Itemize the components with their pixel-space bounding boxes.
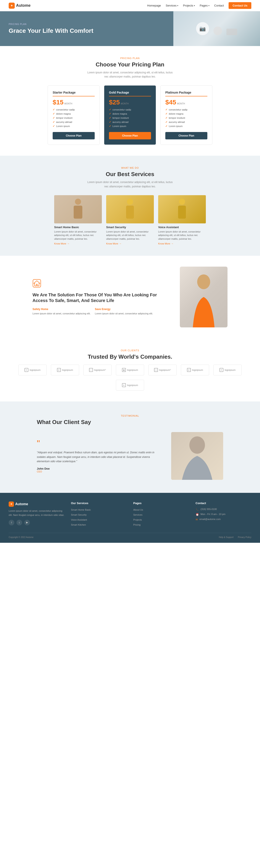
price-period-gold: MONTH: [121, 102, 129, 105]
card-title-platinum: Platinum Package: [165, 91, 207, 96]
services-pretitle: WHAT WE DO: [9, 166, 251, 169]
card-title-gold: Gold Package: [109, 91, 151, 96]
footer-col-brand: ✦ Autome Lorem ipsum dolor sit amet, con…: [9, 501, 65, 526]
footer-link-services[interactable]: Services: [133, 514, 142, 516]
contact-us-button[interactable]: Contact Us: [229, 2, 251, 9]
footer-link-about[interactable]: About Us: [133, 508, 143, 511]
feature-item: consectetur sadip: [109, 108, 151, 111]
list-item: Pricing: [133, 523, 189, 526]
logo-item: ▢ logoipsum°: [148, 365, 177, 375]
service-card-smart-home: Smart Home Basic Lorem ipsum dolor sit a…: [54, 195, 102, 245]
feature-item: tempor invidunt: [165, 116, 207, 119]
footer-logo-text: Autome: [15, 502, 28, 506]
know-more-security-link[interactable]: Know More →: [106, 242, 154, 245]
list-item: Services: [133, 513, 189, 516]
clients-section: OUR CLIENTS Trusted By World's Companies…: [0, 338, 260, 401]
footer-social: f t ▶: [9, 520, 65, 525]
phone-icon: 📞: [196, 508, 199, 511]
services-section: WHAT WE DO Our Best Services Lorem ipsum…: [0, 156, 260, 256]
price-amount-starter: $15: [53, 99, 64, 106]
footer-col-pages: Pages About Us Services Projects Pricing: [133, 501, 189, 526]
nav-projects[interactable]: Projects ▾: [183, 4, 195, 7]
footer-link-pricing[interactable]: Pricing: [133, 523, 141, 526]
help-support-link[interactable]: Help & Support: [219, 536, 233, 538]
footer-link-smart-home[interactable]: Smart Home Basic: [71, 508, 91, 511]
feature-item: dolore magna: [109, 112, 151, 115]
choose-plan-gold-button[interactable]: Choose Plan: [109, 132, 151, 140]
copyright-text: Copyright © 2022 Autome: [9, 536, 34, 538]
solution-image: [180, 267, 227, 328]
chevron-down-icon: ▾: [177, 5, 178, 7]
logo-icon: ✦: [25, 368, 28, 372]
footer-link-smart-security[interactable]: Smart Security: [71, 514, 87, 516]
logo-icon: ⊘: [187, 368, 191, 372]
card-title-starter: Starter Package: [53, 91, 95, 96]
youtube-icon[interactable]: ▶: [24, 520, 30, 525]
feature-item: consectetur sadip: [53, 108, 95, 111]
feature-item: dolore magna: [165, 112, 207, 115]
home-icon: [33, 279, 171, 289]
feature-list-starter: consectetur sadip dolore magna tempor in…: [53, 108, 95, 128]
pricing-card-platinum: Platinum Package $45 MONTH consectetur s…: [160, 85, 212, 145]
solution-features: Safety Home Lorem ipsum dolor sit amet, …: [33, 308, 171, 315]
logo-icon: □: [89, 368, 93, 372]
twitter-icon[interactable]: t: [16, 520, 22, 525]
choose-plan-platinum-button[interactable]: Choose Plan: [165, 132, 207, 140]
footer-phone: 📞 (316) 555-0100: [196, 508, 252, 511]
solution-content: We Are The Solution For Those Of You Who…: [33, 279, 171, 315]
footer-bottom-links: Help & Support Privacy Policy: [219, 536, 251, 538]
logo-item: ⊘ logoipsum: [181, 365, 209, 375]
logo-text: Autome: [16, 3, 31, 8]
know-more-smart-home-link[interactable]: Know More →: [54, 242, 102, 245]
pricing-subtitle: Lorem ipsum dolor sit amet, consectetur …: [87, 70, 173, 79]
arrow-right-icon: →: [171, 242, 174, 245]
pricing-card-starter: Starter Package $15 MONTH consectetur sa…: [48, 85, 100, 145]
list-item: Projects: [133, 518, 189, 521]
logo-icon: ▣: [122, 368, 126, 372]
logo-icon: ✦: [9, 3, 15, 9]
pricing-title: Choose Your Pricing Plan: [9, 61, 251, 68]
price-amount-platinum: $45: [165, 99, 176, 106]
nav-contact[interactable]: Contact: [214, 4, 224, 7]
nav-pages[interactable]: Pages ▾: [200, 4, 210, 7]
testimonial-title: What Our Client Say: [37, 419, 223, 426]
footer-link-smart-kitchen[interactable]: Smart Kitchen: [71, 523, 86, 526]
list-item: Voice Assistant: [71, 518, 127, 521]
list-item: Smart Security: [71, 513, 127, 516]
choose-plan-starter-button[interactable]: Choose Plan: [53, 132, 95, 140]
feature-item: tempor invidunt: [109, 116, 151, 119]
know-more-voice-link[interactable]: Know More →: [158, 242, 206, 245]
pricing-section: PRICING PLAN Choose Your Pricing Plan Lo…: [0, 46, 260, 156]
footer-desc: Lorem ipsum dolor sit amet, consectetur …: [9, 509, 65, 517]
feature-item: aucumy alimad: [165, 121, 207, 124]
nav-homepage[interactable]: Homepage: [147, 4, 161, 7]
navbar: ✦ Autome Homepage Services ▾ Projects ▾ …: [0, 0, 260, 11]
footer-hours: ⏰ Mon - Fri: 8 am - 10 pm: [196, 513, 252, 516]
footer-link-projects[interactable]: Projects: [133, 519, 142, 521]
logo[interactable]: ✦ Autome: [9, 3, 31, 9]
feature-item: Lorem ipsum: [165, 125, 207, 128]
footer-logo-icon: ✦: [9, 501, 14, 507]
footer-link-voice-assistant[interactable]: Voice Assistant: [71, 519, 87, 521]
hero-title: Grace Your Life With Comfort: [9, 27, 165, 34]
svg-rect-3: [126, 206, 134, 219]
footer-contact-title: Contact: [196, 501, 252, 505]
hero-section: PRICING PLAN Grace Your Life With Comfor…: [0, 11, 260, 46]
logo-item: ▣ logoipsum: [116, 365, 144, 375]
solution-title: We Are The Solution For Those Of You Who…: [33, 292, 171, 303]
solution-feature-safety: Safety Home Lorem ipsum dolor sit amet, …: [33, 308, 90, 315]
feature-item: tempor invidunt: [53, 116, 95, 119]
logo-item: □ logoipsum°: [83, 365, 112, 375]
service-cards: Smart Home Basic Lorem ipsum dolor sit a…: [9, 195, 251, 245]
footer-col-contact: Contact 📞 (316) 555-0100 ⏰ Mon - Fri: 8 …: [196, 501, 252, 526]
facebook-icon[interactable]: f: [9, 520, 14, 525]
feature-item: consectetur sadip: [165, 108, 207, 111]
service-name-security: Smart Security: [106, 225, 154, 229]
price-amount-gold: $25: [109, 99, 120, 106]
feature-desc-safety: Lorem ipsum dolor sit amet, consectetur …: [33, 312, 90, 315]
testimonial-pretitle: TESTIMONIAL: [9, 414, 251, 417]
services-subtitle: Lorem ipsum dolor sit amet, consectetur …: [87, 180, 173, 188]
privacy-policy-link[interactable]: Privacy Policy: [238, 536, 251, 538]
nav-services[interactable]: Services ▾: [166, 4, 178, 7]
svg-point-0: [75, 199, 81, 205]
